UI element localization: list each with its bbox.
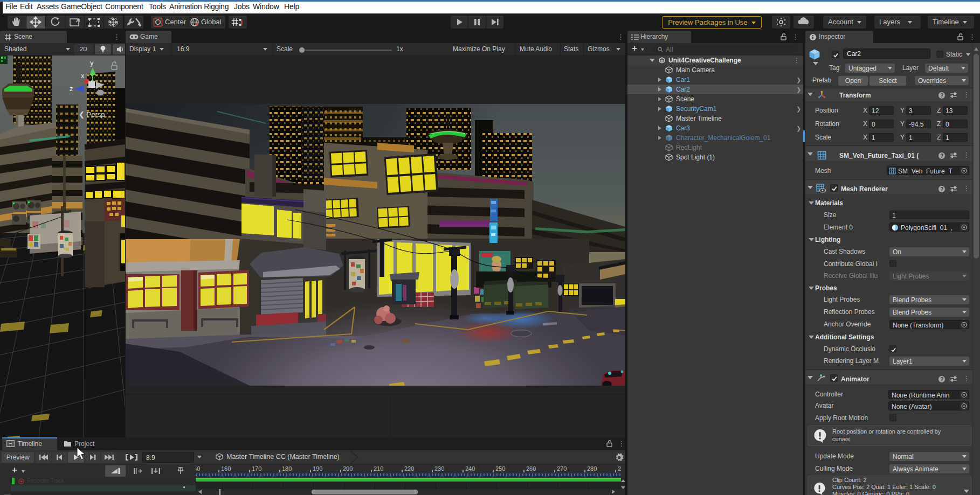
- svg-text:210: 210: [374, 465, 383, 472]
- svg-text:170: 170: [252, 465, 261, 472]
- svg-text:190: 190: [313, 465, 322, 472]
- svg-text:180: 180: [282, 465, 292, 472]
- svg-text:?: ?: [940, 153, 943, 159]
- svg-text:?: ?: [940, 377, 943, 382]
- svg-text:270: 270: [557, 465, 567, 472]
- svg-text:250: 250: [495, 465, 505, 472]
- svg-text:?: ?: [940, 93, 943, 99]
- svg-text:❮ Persp: ❮ Persp: [79, 110, 105, 119]
- svg-text:2: 2: [618, 465, 621, 472]
- svg-text:260: 260: [526, 465, 536, 472]
- svg-text:z: z: [70, 85, 73, 93]
- svg-text:150: 150: [196, 465, 200, 472]
- svg-text:240: 240: [465, 465, 475, 472]
- svg-text:230: 230: [434, 465, 444, 472]
- svg-text:280: 280: [587, 465, 597, 472]
- svg-text:200: 200: [343, 465, 353, 472]
- svg-text:160: 160: [221, 465, 231, 472]
- svg-text:220: 220: [404, 465, 414, 472]
- svg-text:?: ?: [940, 186, 943, 192]
- svg-text:x: x: [81, 72, 85, 80]
- svg-text:y: y: [90, 59, 94, 67]
